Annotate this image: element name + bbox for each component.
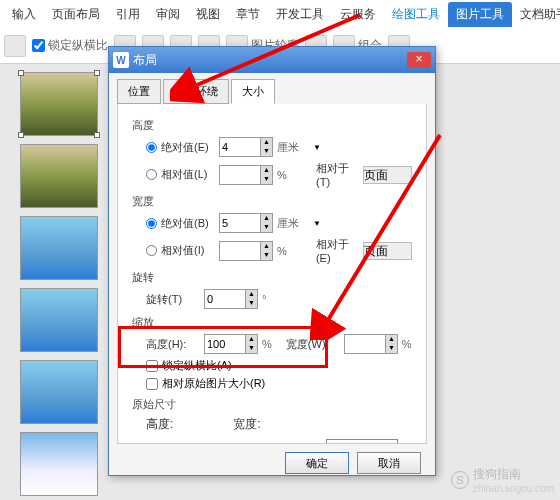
width-rel-input[interactable]	[220, 242, 260, 260]
section-original: 原始尺寸	[132, 397, 412, 412]
image-thumb[interactable]	[20, 432, 98, 496]
tab-textwrap[interactable]: 文字环绕	[163, 79, 229, 104]
dialog-tabs: 位置 文字环绕 大小	[109, 73, 435, 104]
width-abs-spinner[interactable]: ▲▼	[219, 213, 273, 233]
height-abs-spinner[interactable]: ▲▼	[219, 137, 273, 157]
tab-draw[interactable]: 绘图工具	[384, 2, 448, 27]
watermark-url: zhinan.sogou.com	[473, 483, 554, 494]
close-icon[interactable]: ×	[407, 52, 431, 68]
width-rel-radio[interactable]	[146, 245, 157, 256]
section-scale: 缩放	[132, 315, 412, 330]
lock-ratio-chk[interactable]	[146, 360, 158, 372]
rel-orig-chk[interactable]	[146, 378, 158, 390]
thumbnail-strip	[20, 72, 100, 500]
tab-chapter[interactable]: 章节	[228, 2, 268, 27]
lock-ratio-checkbox[interactable]	[32, 39, 45, 52]
image-thumb[interactable]	[20, 72, 98, 136]
spin-up-icon[interactable]: ▲	[260, 138, 272, 147]
tab-dochelper[interactable]: 文档助手	[512, 2, 560, 27]
rel-to-e-label: 相对于(E)	[316, 237, 359, 264]
scale-h-label: 高度(H):	[146, 337, 200, 352]
height-abs-input[interactable]	[220, 138, 260, 156]
watermark-icon: S	[451, 471, 469, 489]
unit-cm: 厘米	[277, 140, 309, 155]
orig-w-label: 宽度:	[233, 416, 260, 433]
height-rel-radio[interactable]	[146, 169, 157, 180]
unit-pct: %	[277, 169, 306, 181]
tab-size[interactable]: 大小	[231, 79, 275, 104]
section-height: 高度	[132, 118, 412, 133]
ok-button[interactable]: 确定	[285, 452, 349, 474]
tab-ref[interactable]: 引用	[108, 2, 148, 27]
height-rel-spinner[interactable]: ▲▼	[219, 165, 273, 185]
width-abs-radio[interactable]	[146, 218, 157, 229]
size-panel: 高度 绝对值(E) ▲▼ 厘米▼ 相对值(L) ▲▼ % 相对于(T) 页面 宽…	[117, 104, 427, 444]
tab-cloud[interactable]: 云服务	[332, 2, 384, 27]
cancel-button[interactable]: 取消	[357, 452, 421, 474]
dialog-icon: W	[113, 52, 129, 68]
height-rel-label: 相对值(L)	[161, 167, 215, 182]
rel-to-t-select[interactable]: 页面	[363, 166, 412, 184]
section-rotate: 旋转	[132, 270, 412, 285]
rel-to-t-label: 相对于(T)	[316, 161, 359, 188]
width-abs-input[interactable]	[220, 214, 260, 232]
dialog-buttons: 确定 取消	[109, 444, 435, 482]
rotate-label: 旋转(T)	[146, 292, 200, 307]
scale-h-input[interactable]	[205, 335, 245, 353]
rel-to-e-select[interactable]: 页面	[363, 242, 412, 260]
tab-dev[interactable]: 开发工具	[268, 2, 332, 27]
dialog-titlebar[interactable]: W 布局 ×	[109, 47, 435, 73]
section-width: 宽度	[132, 194, 412, 209]
scale-w-input[interactable]	[345, 335, 385, 353]
watermark: S 搜狗指南 zhinan.sogou.com	[451, 466, 554, 494]
image-thumb[interactable]	[20, 360, 98, 424]
height-rel-input[interactable]	[220, 166, 260, 184]
tab-position[interactable]: 位置	[117, 79, 161, 104]
spin-down-icon[interactable]: ▼	[260, 147, 272, 156]
orig-h-label: 高度:	[146, 416, 173, 433]
lock-ratio-chk-label: 锁定纵横比(A)	[162, 358, 232, 373]
image-thumb[interactable]	[20, 144, 98, 208]
width-abs-label: 绝对值(B)	[161, 216, 215, 231]
rotate-input[interactable]	[205, 290, 245, 308]
scale-w-label: 宽度(W):	[286, 337, 340, 352]
height-abs-label: 绝对值(E)	[161, 140, 215, 155]
tab-review[interactable]: 审阅	[148, 2, 188, 27]
rel-orig-chk-label: 相对原始图片大小(R)	[162, 376, 265, 391]
layout-dialog: W 布局 × 位置 文字环绕 大小 高度 绝对值(E) ▲▼ 厘米▼ 相对值(L…	[108, 46, 436, 476]
ribbon-tabs: 输入 页面布局 引用 审阅 视图 章节 开发工具 云服务 绘图工具 图片工具 文…	[0, 0, 560, 28]
height-abs-radio[interactable]	[146, 142, 157, 153]
tab-view[interactable]: 视图	[188, 2, 228, 27]
tab-layout[interactable]: 页面布局	[44, 2, 108, 27]
tab-insert[interactable]: 输入	[4, 2, 44, 27]
add-icon[interactable]	[4, 35, 26, 57]
image-thumb[interactable]	[20, 288, 98, 352]
watermark-brand: 搜狗指南	[473, 467, 521, 481]
width-rel-label: 相对值(I)	[161, 243, 215, 258]
image-thumb[interactable]	[20, 216, 98, 280]
dialog-title: 布局	[133, 52, 407, 69]
lock-ratio-label: 锁定纵横比	[48, 37, 108, 54]
tab-picture[interactable]: 图片工具	[448, 2, 512, 27]
